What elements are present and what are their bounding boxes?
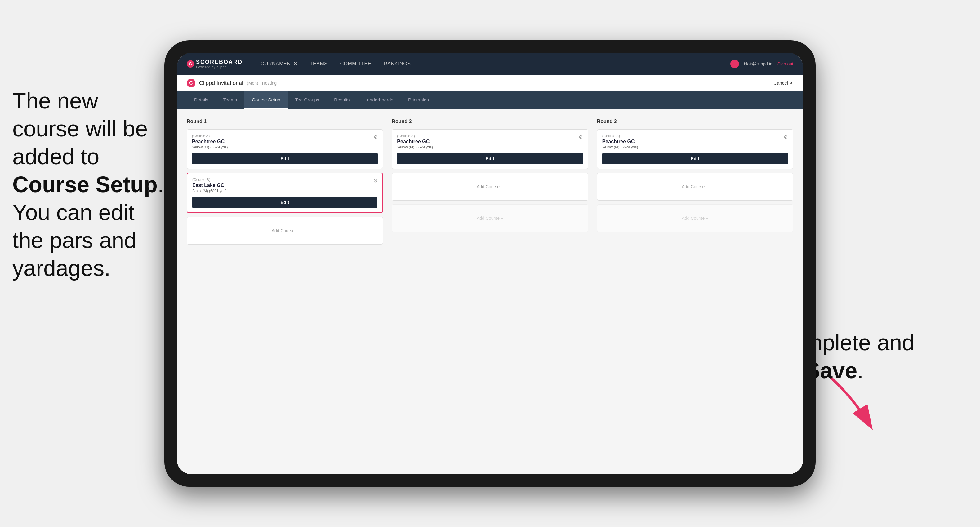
nav-tournaments[interactable]: TOURNAMENTS [258, 61, 298, 67]
round-1-course-a-details: Yellow (M) (6629 yds) [192, 145, 378, 149]
top-nav: C SCOREBOARD Powered by clippd TOURNAMEN… [177, 53, 803, 75]
round-2-course-a-delete-icon[interactable]: ⊘ [578, 133, 584, 140]
tab-nav: Details Teams Course Setup Tee Groups Re… [177, 92, 803, 109]
logo-title: SCOREBOARD [196, 59, 242, 65]
sign-out-link[interactable]: Sign out [778, 61, 793, 66]
round-3-course-a-card: ⊘ (Course A) Peachtree GC Yellow (M) (66… [597, 129, 793, 169]
avatar [730, 60, 739, 68]
round-1-course-a-edit-button[interactable]: Edit [192, 153, 378, 164]
round-2-add-course-disabled: Add Course + [392, 204, 588, 232]
nav-right: blair@clippd.io Sign out [730, 60, 793, 68]
breadcrumb-title: Clippd Invitational [199, 80, 243, 86]
round-3-title: Round 3 [597, 119, 793, 124]
round-1-course-b-card: ⊘ (Course B) East Lake GC Black (M) (689… [187, 173, 383, 213]
round-3-add-course-disabled-text: Add Course + [682, 216, 708, 221]
round-2-add-course-button[interactable]: Add Course + [392, 173, 588, 200]
breadcrumb-c-icon: C [187, 79, 196, 87]
round-2-course-a-card: ⊘ (Course A) Peachtree GC Yellow (M) (66… [392, 129, 588, 169]
nav-committee[interactable]: COMMITTEE [340, 61, 371, 67]
round-2-title: Round 2 [392, 119, 588, 124]
round-3-course-a-edit-button[interactable]: Edit [602, 153, 788, 164]
round-1-title: Round 1 [187, 119, 383, 124]
tab-details[interactable]: Details [187, 92, 216, 109]
round-2-course-a-name: Peachtree GC [397, 139, 583, 144]
round-1-course-b-name: East Lake GC [192, 183, 377, 188]
round-1-add-course-text: Add Course + [272, 228, 298, 233]
annotation-course-setup-bold: Course Setup [13, 172, 158, 197]
breadcrumb-bar: C Clippd Invitational (Men) Hosting Canc… [177, 75, 803, 92]
tab-tee-groups[interactable]: Tee Groups [288, 92, 327, 109]
breadcrumb-hosting: Hosting [262, 81, 277, 86]
logo-sub: Powered by clippd [196, 65, 242, 69]
round-3-course-a-label: (Course A) [602, 134, 788, 138]
round-1-course-a-label: (Course A) [192, 134, 378, 138]
round-3-add-course-disabled: Add Course + [597, 204, 793, 232]
tab-leaderboards[interactable]: Leaderboards [357, 92, 401, 109]
round-1-course-b-edit-button[interactable]: Edit [192, 197, 377, 208]
round-1-course-b-delete-icon[interactable]: ⊘ [372, 177, 379, 184]
main-content: Round 1 ⊘ (Course A) Peachtree GC Yellow… [177, 109, 803, 474]
nav-teams[interactable]: TEAMS [310, 61, 328, 67]
logo-c-icon: C [187, 60, 194, 68]
breadcrumb-sub: (Men) [247, 81, 258, 86]
round-2-course-a-details: Yellow (M) (6629 yds) [397, 145, 583, 149]
round-2-add-course-text: Add Course + [477, 184, 503, 189]
round-3-column: Round 3 ⊘ (Course A) Peachtree GC Yellow… [597, 119, 793, 464]
tab-teams[interactable]: Teams [216, 92, 244, 109]
round-3-course-a-details: Yellow (M) (6629 yds) [602, 145, 788, 149]
round-2-add-course-disabled-text: Add Course + [477, 216, 503, 221]
round-1-course-a-card: ⊘ (Course A) Peachtree GC Yellow (M) (66… [187, 129, 383, 169]
round-3-add-course-text: Add Course + [682, 184, 708, 189]
round-2-course-a-label: (Course A) [397, 134, 583, 138]
round-3-add-course-button[interactable]: Add Course + [597, 173, 793, 200]
nav-rankings[interactable]: RANKINGS [383, 61, 411, 67]
tab-printables[interactable]: Printables [401, 92, 436, 109]
round-1-course-b-details: Black (M) (6891 yds) [192, 189, 377, 193]
tablet-frame: C SCOREBOARD Powered by clippd TOURNAMEN… [164, 40, 816, 487]
tab-results[interactable]: Results [326, 92, 357, 109]
round-3-course-a-delete-icon[interactable]: ⊘ [783, 133, 789, 140]
tablet-screen: C SCOREBOARD Powered by clippd TOURNAMEN… [177, 53, 803, 474]
round-1-column: Round 1 ⊘ (Course A) Peachtree GC Yellow… [187, 119, 383, 464]
breadcrumb-left: C Clippd Invitational (Men) Hosting [187, 79, 277, 87]
user-email: blair@clippd.io [744, 61, 773, 66]
tab-course-setup[interactable]: Course Setup [244, 92, 288, 109]
round-2-column: Round 2 ⊘ (Course A) Peachtree GC Yellow… [392, 119, 588, 464]
round-3-course-a-name: Peachtree GC [602, 139, 788, 144]
round-1-add-course-button[interactable]: Add Course + [187, 217, 383, 244]
round-1-course-a-name: Peachtree GC [192, 139, 378, 144]
cancel-button[interactable]: Cancel ✕ [773, 80, 793, 86]
round-1-course-a-delete-icon[interactable]: ⊘ [372, 133, 379, 140]
round-2-course-a-edit-button[interactable]: Edit [397, 153, 583, 164]
nav-links: TOURNAMENTS TEAMS COMMITTEE RANKINGS [258, 61, 730, 67]
rounds-grid: Round 1 ⊘ (Course A) Peachtree GC Yellow… [187, 119, 793, 464]
nav-logo: C SCOREBOARD Powered by clippd [187, 59, 242, 69]
round-1-course-b-label: (Course B) [192, 178, 377, 182]
